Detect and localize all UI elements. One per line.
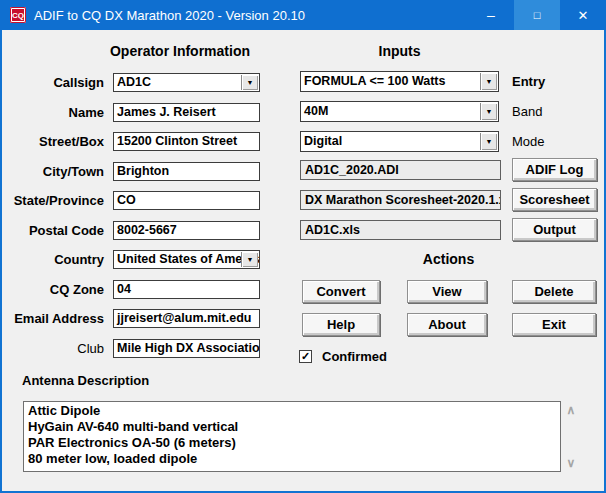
country-combobox[interactable]: United States of America ▼ bbox=[113, 250, 260, 269]
entry-label: Entry bbox=[512, 71, 602, 92]
window-title: ADIF to CQ DX Marathon 2020 - Version 20… bbox=[34, 8, 468, 23]
callsign-combobox[interactable]: AD1C ▼ bbox=[113, 73, 260, 92]
scoresheet-field: DX Marathon Scoresheet-2020.1.xls bbox=[300, 190, 501, 210]
antenna-line: HyGain AV-640 multi-band vertical bbox=[28, 419, 556, 435]
maximize-button[interactable]: □ bbox=[514, 0, 560, 30]
inputs-heading: Inputs bbox=[300, 43, 499, 59]
about-button[interactable]: About bbox=[407, 313, 487, 336]
callsign-label: Callsign bbox=[2, 73, 104, 92]
cq-zone-label: CQ Zone bbox=[2, 280, 104, 299]
antenna-line: 80 meter low, loaded dipole bbox=[28, 451, 556, 467]
scroll-down-icon[interactable]: ∨ bbox=[563, 457, 579, 469]
entry-value: FORMULA <= 100 Watts bbox=[304, 74, 445, 88]
country-label: Country bbox=[2, 250, 104, 269]
actions-heading: Actions bbox=[300, 251, 597, 267]
titlebar: CQ ADIF to CQ DX Marathon 2020 - Version… bbox=[0, 0, 606, 30]
dropdown-arrow-icon[interactable]: ▼ bbox=[480, 73, 497, 90]
email-address-label: Email Address bbox=[2, 309, 104, 328]
app-icon-text: CQ bbox=[12, 11, 24, 20]
band-combobox[interactable]: 40M ▼ bbox=[300, 101, 499, 122]
club-field[interactable]: Mile High DX Association bbox=[113, 339, 260, 358]
scoresheet-button[interactable]: Scoresheet bbox=[512, 188, 597, 211]
country-value: United States of America bbox=[117, 252, 260, 266]
output-button[interactable]: Output bbox=[512, 218, 597, 241]
postal-code-label: Postal Code bbox=[2, 221, 104, 240]
app-icon: CQ bbox=[10, 7, 26, 23]
postal-code-field[interactable]: 8002-5667 bbox=[113, 221, 260, 240]
entry-combobox[interactable]: FORMULA <= 100 Watts ▼ bbox=[300, 71, 499, 92]
mode-value: Digital bbox=[304, 134, 342, 148]
city-town-label: City/Town bbox=[2, 162, 104, 181]
convert-button[interactable]: Convert bbox=[302, 280, 380, 303]
cq-zone-field[interactable]: 04 bbox=[113, 280, 260, 299]
dropdown-arrow-icon[interactable]: ▼ bbox=[480, 103, 497, 120]
view-button[interactable]: View bbox=[407, 280, 487, 303]
adif-log-field: AD1C_2020.ADI bbox=[300, 160, 501, 180]
operator-information-heading: Operator Information bbox=[85, 43, 275, 59]
antenna-line: PAR Electronics OA-50 (6 meters) bbox=[28, 435, 556, 451]
app-window: CQ ADIF to CQ DX Marathon 2020 - Version… bbox=[0, 0, 606, 493]
confirmed-label: Confirmed bbox=[322, 348, 387, 365]
delete-button[interactable]: Delete bbox=[512, 280, 596, 303]
close-icon: ✕ bbox=[578, 8, 589, 23]
street-box-field[interactable]: 15200 Clinton Street bbox=[113, 132, 260, 151]
maximize-icon: □ bbox=[534, 9, 541, 21]
city-town-field[interactable]: Brighton bbox=[113, 162, 260, 181]
minimize-icon: – bbox=[487, 10, 495, 20]
band-label: Band bbox=[512, 101, 602, 122]
antenna-description-label: Antenna Description bbox=[22, 373, 149, 388]
confirmed-checkbox[interactable]: ✓ bbox=[299, 350, 312, 363]
window-controls: – □ ✕ bbox=[468, 0, 606, 30]
street-box-label: Street/Box bbox=[2, 132, 104, 151]
dropdown-arrow-icon[interactable]: ▼ bbox=[241, 75, 258, 90]
dropdown-arrow-icon[interactable]: ▼ bbox=[241, 252, 258, 267]
adif-log-button[interactable]: ADIF Log bbox=[512, 158, 597, 181]
mode-label: Mode bbox=[512, 131, 602, 152]
close-button[interactable]: ✕ bbox=[560, 0, 606, 30]
scroll-up-icon[interactable]: ∧ bbox=[563, 404, 579, 416]
dropdown-arrow-icon[interactable]: ▼ bbox=[480, 133, 497, 150]
antenna-description-textarea[interactable]: Attic Dipole HyGain AV-640 multi-band ve… bbox=[23, 401, 561, 472]
callsign-value: AD1C bbox=[117, 75, 151, 89]
email-address-field[interactable]: jjreisert@alum.mit.edu bbox=[113, 309, 260, 328]
state-province-field[interactable]: CO bbox=[113, 191, 260, 210]
state-province-label: State/Province bbox=[2, 191, 104, 210]
antenna-line: Attic Dipole bbox=[28, 403, 556, 419]
club-label: Club bbox=[2, 339, 104, 358]
check-icon: ✓ bbox=[301, 350, 310, 362]
name-label: Name bbox=[2, 103, 104, 122]
mode-combobox[interactable]: Digital ▼ bbox=[300, 131, 499, 152]
minimize-button[interactable]: – bbox=[468, 0, 514, 30]
name-field[interactable]: James J. Reisert bbox=[113, 103, 260, 122]
output-field: AD1C.xls bbox=[300, 220, 501, 240]
band-value: 40M bbox=[304, 104, 328, 118]
exit-button[interactable]: Exit bbox=[512, 313, 596, 336]
help-button[interactable]: Help bbox=[302, 313, 380, 336]
